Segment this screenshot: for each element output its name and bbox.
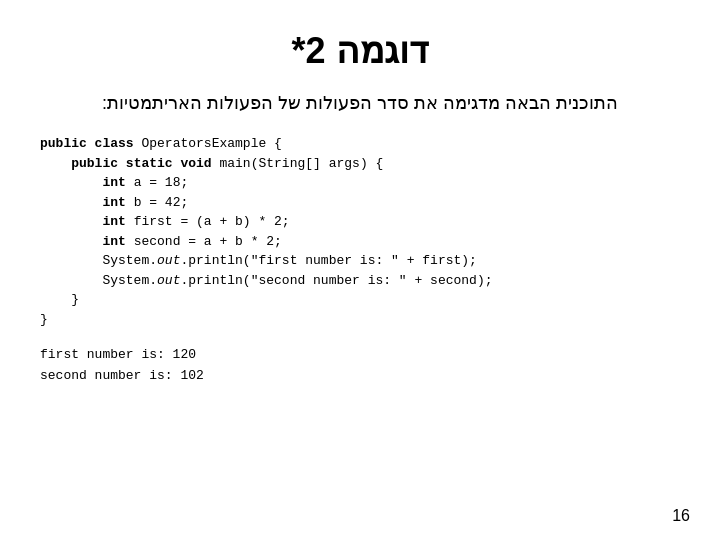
output-line-1: first number is: 120 bbox=[40, 345, 690, 366]
code-line-7: System.out.println("first number is: " +… bbox=[40, 251, 690, 271]
page-number: 16 bbox=[672, 507, 690, 525]
code-line-3: int a = 18; bbox=[40, 173, 690, 193]
slide: דוגמה 2* התוכנית הבאה מדגימה את סדר הפעו… bbox=[0, 0, 720, 540]
code-line-10: } bbox=[40, 310, 690, 330]
code-line-2: public static void main(String[] args) { bbox=[40, 154, 690, 174]
code-block: public class OperatorsExample { public s… bbox=[40, 134, 690, 329]
code-line-9: } bbox=[40, 290, 690, 310]
code-line-6: int second = a + b * 2; bbox=[40, 232, 690, 252]
output-line-2: second number is: 102 bbox=[40, 366, 690, 387]
slide-title: דוגמה 2* bbox=[30, 30, 690, 72]
code-line-4: int b = 42; bbox=[40, 193, 690, 213]
code-line-5: int first = (a + b) * 2; bbox=[40, 212, 690, 232]
slide-subtitle: התוכנית הבאה מדגימה את סדר הפעולות של הפ… bbox=[30, 92, 690, 114]
code-line-1: public class OperatorsExample { bbox=[40, 134, 690, 154]
output-block: first number is: 120 second number is: 1… bbox=[40, 345, 690, 387]
code-line-8: System.out.println("second number is: " … bbox=[40, 271, 690, 291]
